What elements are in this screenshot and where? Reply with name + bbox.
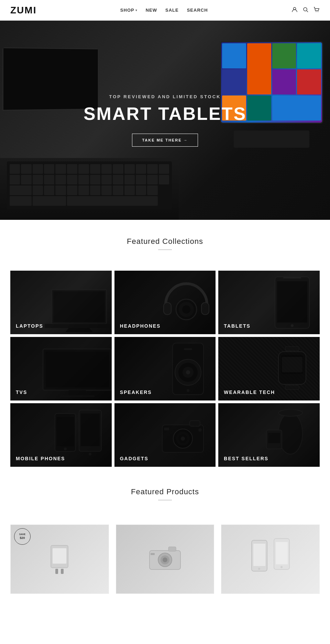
product-image-2	[116, 525, 214, 594]
product-2-visual	[144, 542, 186, 576]
header-icons	[292, 7, 320, 14]
svg-point-3	[316, 11, 316, 12]
nav-shop[interactable]: SHOP ▾	[120, 8, 138, 13]
featured-products-section: Featured Products	[0, 477, 330, 518]
products-grid: SAVE $20	[0, 518, 330, 601]
tablets-label: TABLETS	[224, 323, 251, 329]
hero-content: TOP REVIEWED AND LIMITED STOCK SMART TAB…	[84, 94, 246, 147]
main-nav: SHOP ▾ NEW SALE SEARCH	[120, 8, 208, 13]
collection-item-gadgets[interactable]: GADGETS	[114, 403, 216, 467]
collection-item-laptops[interactable]: LAPTOPS	[10, 271, 112, 334]
svg-rect-53	[61, 569, 64, 574]
svg-rect-58	[168, 547, 176, 551]
product-image-3	[221, 525, 319, 594]
collection-item-headphones[interactable]: HEADPHONES	[114, 271, 216, 334]
svg-point-4	[318, 11, 318, 12]
account-icon[interactable]	[292, 7, 298, 14]
gadgets-overlay: GADGETS	[114, 403, 216, 467]
hero-section: TOP REVIEWED AND LIMITED STOCK SMART TAB…	[0, 21, 330, 220]
product-badge-1: SAVE $20	[14, 528, 31, 545]
svg-point-62	[258, 568, 260, 570]
headphones-label: HEADPHONES	[120, 323, 161, 329]
svg-line-2	[307, 11, 308, 12]
wearable-overlay: WEARABLE TECH	[218, 337, 320, 400]
svg-rect-64	[276, 542, 288, 564]
laptops-overlay: LAPTOPS	[10, 271, 112, 334]
collection-item-speakers[interactable]: SPEAKERS	[114, 337, 216, 400]
tvs-overlay: TVs	[10, 337, 112, 400]
svg-rect-52	[55, 569, 58, 574]
hero-subtitle: TOP REVIEWED AND LIMITED STOCK	[84, 94, 246, 99]
collection-item-wearable[interactable]: WEARABLE TECH	[218, 337, 320, 400]
nav-search[interactable]: SEARCH	[187, 8, 208, 13]
hero-title: SMART TABLETS	[84, 103, 246, 124]
featured-collections-section: Featured Collections	[0, 220, 330, 271]
product-1-visual	[42, 539, 77, 580]
site-header: ZUMI SHOP ▾ NEW SALE SEARCH	[0, 0, 330, 21]
speakers-overlay: SPEAKERS	[114, 337, 216, 400]
logo[interactable]: ZUMI	[10, 5, 36, 16]
bestsellers-overlay: BEST SELLERS	[218, 403, 320, 467]
chevron-down-icon: ▾	[135, 9, 138, 12]
collection-grid: LAPTOPS HEADPHONES TABLETS	[0, 271, 330, 477]
tvs-label: TVs	[16, 389, 27, 395]
svg-point-1	[304, 8, 307, 11]
mobile-label: MOBILE PHONES	[16, 456, 65, 461]
mobile-overlay: MOBILE PHONES	[10, 403, 112, 467]
products-divider	[158, 500, 172, 500]
collections-title: Featured Collections	[10, 237, 320, 246]
svg-point-57	[163, 557, 167, 562]
product-3-visual	[248, 537, 293, 581]
hero-cta-button[interactable]: TAKE ME THERE →	[132, 134, 198, 147]
headphones-overlay: HEADPHONES	[114, 271, 216, 334]
collection-item-tablets[interactable]: TABLETS	[218, 271, 320, 334]
nav-sale[interactable]: SALE	[165, 8, 179, 13]
laptop-keyboard-decoration	[0, 158, 179, 220]
section-divider	[158, 249, 172, 250]
products-title: Featured Products	[10, 487, 320, 496]
laptops-label: LAPTOPS	[16, 323, 43, 329]
collection-item-tvs[interactable]: TVs	[10, 337, 112, 400]
collection-item-mobile[interactable]: MOBILE PHONES	[10, 403, 112, 467]
gadgets-label: GADGETS	[120, 456, 148, 461]
svg-rect-51	[53, 548, 66, 564]
svg-point-65	[280, 566, 283, 568]
bestsellers-label: BEST SELLERS	[224, 456, 268, 461]
nav-new[interactable]: NEW	[146, 8, 157, 13]
search-icon[interactable]	[302, 7, 309, 14]
product-card-3[interactable]	[221, 524, 320, 594]
wearable-label: WEARABLE TECH	[224, 389, 275, 395]
products-header: Featured Products	[10, 487, 320, 500]
product-card-1[interactable]: SAVE $20	[10, 524, 109, 594]
cart-icon[interactable]	[314, 7, 320, 14]
svg-rect-59	[151, 553, 155, 555]
product-card-2[interactable]	[116, 524, 214, 594]
collections-header: Featured Collections	[10, 237, 320, 250]
svg-rect-61	[253, 544, 265, 566]
tablets-overlay: TABLETS	[218, 271, 320, 334]
speakers-label: SPEAKERS	[120, 389, 152, 395]
collection-item-bestsellers[interactable]: BEST SELLERS	[218, 403, 320, 467]
